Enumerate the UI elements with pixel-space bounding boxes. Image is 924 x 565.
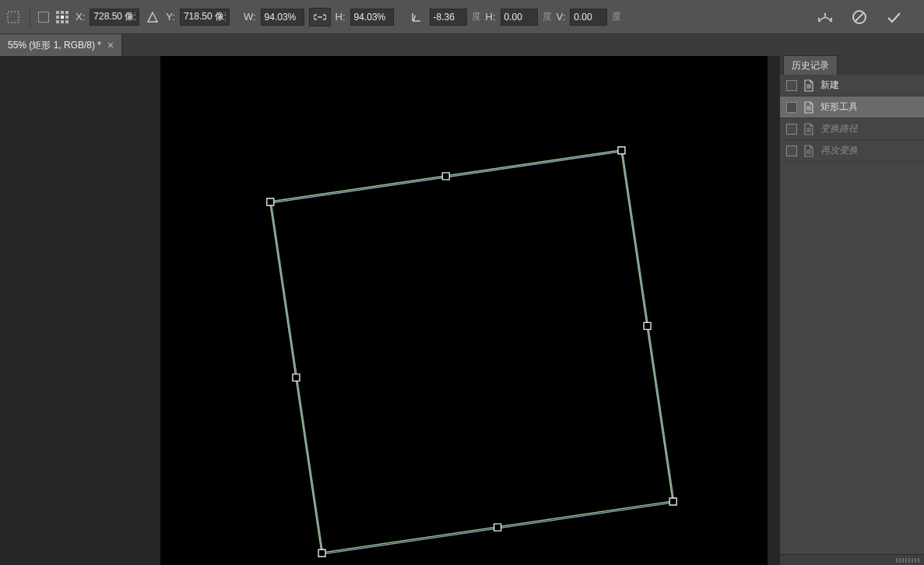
vskew-label: V: <box>557 11 566 23</box>
relative-position-checkbox[interactable] <box>38 12 49 23</box>
history-visibility-checkbox[interactable] <box>786 124 797 135</box>
x-label: X: <box>76 11 85 23</box>
tool-indicator-icon <box>5 9 22 26</box>
history-step-icon <box>803 123 814 135</box>
svg-point-3 <box>824 12 826 14</box>
y-label: Y: <box>166 11 175 23</box>
canvas-area[interactable] <box>0 56 779 565</box>
history-item[interactable]: 新建 <box>780 75 924 97</box>
hskew-input[interactable] <box>501 9 538 26</box>
history-item[interactable]: 矩形工具 <box>780 97 924 118</box>
w-input[interactable] <box>261 9 304 26</box>
document-tab-bar: 55% (矩形 1, RGB/8) * × <box>0 34 924 56</box>
vskew-input[interactable] <box>570 9 607 26</box>
separator <box>30 6 30 28</box>
history-item-label: 变换路径 <box>820 122 858 135</box>
panel-footer <box>780 554 924 565</box>
history-tab-label: 历史记录 <box>792 60 829 71</box>
hskew-unit: 度 <box>543 10 552 23</box>
w-label: W: <box>244 11 256 23</box>
svg-point-2 <box>831 17 832 19</box>
document-tab[interactable]: 55% (矩形 1, RGB/8) * × <box>0 34 122 56</box>
history-panel: 历史记录 新建矩形工具变换路径再次变换 <box>779 56 924 565</box>
history-step-icon <box>803 79 814 92</box>
history-item[interactable]: 变换路径 <box>780 118 924 140</box>
h-label: H: <box>336 11 346 23</box>
history-step-icon <box>803 145 814 157</box>
angle-input[interactable] <box>430 9 467 26</box>
cancel-transform-icon[interactable] <box>851 9 868 26</box>
warp-mode-icon[interactable] <box>817 9 834 26</box>
hskew-label: H: <box>486 11 496 23</box>
link-aspect-button[interactable] <box>309 8 331 26</box>
history-visibility-checkbox[interactable] <box>786 146 797 156</box>
history-item-label: 再次变换 <box>820 144 858 157</box>
resize-grip-icon[interactable] <box>896 558 919 563</box>
h-input[interactable] <box>350 9 394 26</box>
reference-point-icon[interactable] <box>54 9 71 26</box>
history-visibility-checkbox[interactable] <box>786 102 797 113</box>
vskew-unit: 度 <box>612 10 621 23</box>
x-input[interactable] <box>90 9 139 26</box>
svg-line-5 <box>855 12 864 21</box>
history-step-icon <box>803 101 814 114</box>
close-tab-icon[interactable]: × <box>107 39 114 51</box>
panel-tabs: 历史记录 <box>780 56 924 75</box>
workspace: 历史记录 新建矩形工具变换路径再次变换 <box>0 56 924 565</box>
transform-overlay[interactable] <box>160 56 768 565</box>
history-item-label: 矩形工具 <box>820 100 858 114</box>
y-input[interactable] <box>180 9 230 26</box>
angle-icon <box>408 9 425 26</box>
svg-rect-0 <box>8 12 19 23</box>
history-item-label: 新建 <box>820 79 839 92</box>
svg-point-1 <box>818 17 820 19</box>
history-list: 新建矩形工具变换路径再次变换 <box>780 75 924 554</box>
angle-unit: 度 <box>472 10 481 23</box>
transform-options-bar: X: Y: W: H: 度 H: 度 V: 度 <box>0 0 924 34</box>
commit-transform-icon[interactable] <box>885 9 902 26</box>
delta-icon[interactable] <box>144 9 161 26</box>
history-tab[interactable]: 历史记录 <box>783 55 838 75</box>
history-item[interactable]: 再次变换 <box>780 140 924 162</box>
history-visibility-checkbox[interactable] <box>786 80 797 91</box>
document-tab-title: 55% (矩形 1, RGB/8) * <box>8 39 101 52</box>
